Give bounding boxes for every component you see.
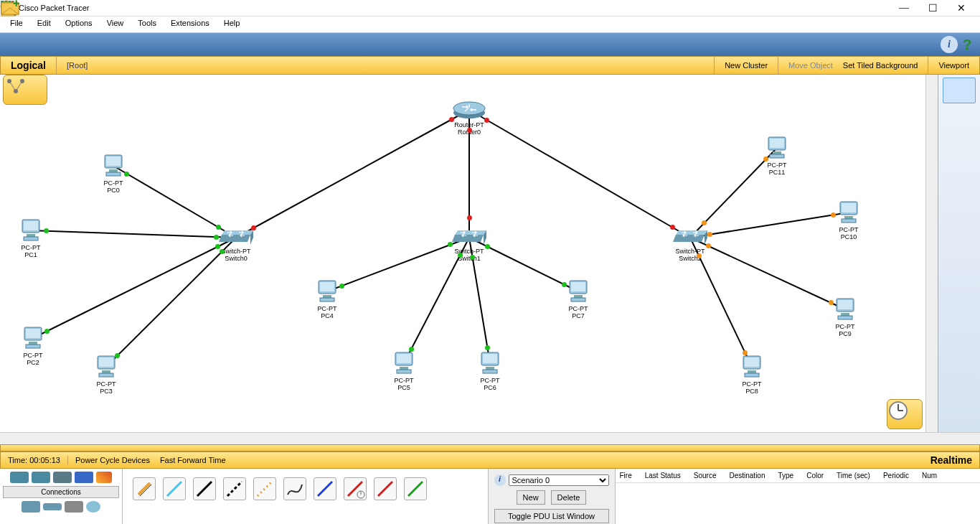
delete-tool-icon[interactable] [943, 164, 976, 190]
cable-fiber-icon[interactable] [253, 477, 276, 500]
device-pc0[interactable]: PC-PT PC0 [100, 154, 126, 195]
device-pc10[interactable]: PC-PT PC10 [836, 200, 862, 241]
device-switch2[interactable]: Switch-PT Switch2 [673, 229, 707, 263]
svg-rect-64 [99, 357, 113, 367]
cable-straight-icon[interactable] [193, 477, 216, 500]
copy-icon[interactable] [100, 36, 118, 53]
menu-tools[interactable]: Tools [131, 17, 164, 32]
device-pc8[interactable]: PC-PT PC8 [739, 355, 765, 396]
save-file-icon[interactable] [40, 36, 57, 53]
svg-rect-65 [102, 370, 110, 373]
cable-phone-icon[interactable] [283, 477, 306, 500]
note-tool-icon[interactable] [943, 135, 976, 161]
device-dialog-icon[interactable] [257, 36, 274, 53]
device-switch0[interactable]: Switch-PT Switch0 [219, 229, 253, 263]
device-pc5[interactable]: PC-PT PC5 [391, 351, 417, 392]
cable-auto-icon[interactable] [133, 477, 156, 500]
horizontal-scrollbar[interactable] [0, 432, 927, 444]
cable-coax-icon[interactable] [314, 477, 336, 500]
menu-options[interactable]: Options [58, 17, 100, 32]
wireless-category-icon[interactable] [75, 472, 93, 483]
pdu-col: Type [778, 472, 793, 479]
paste-icon[interactable] [118, 36, 136, 53]
topology-canvas[interactable]: Router-PT Router0Switch-PT Switch0Switch… [0, 75, 925, 432]
set-background-button[interactable]: Set Tiled Background [843, 57, 928, 74]
breadcrumb-root[interactable]: [Root] [56, 57, 98, 74]
svg-rect-58 [24, 237, 38, 240]
svg-rect-90 [838, 316, 852, 319]
hubs-category-icon[interactable] [53, 472, 72, 483]
cable-crossover-icon[interactable] [223, 477, 246, 500]
svg-rect-94 [842, 219, 856, 223]
device-pc9[interactable]: PC-PT PC9 [832, 297, 858, 338]
new-scenario-button[interactable]: New [517, 490, 545, 505]
fast-forward-button[interactable]: Fast Forward Time [157, 456, 226, 464]
switches-category-icon[interactable] [32, 472, 50, 483]
custom-devices-icon[interactable] [65, 501, 83, 513]
logical-tab[interactable]: Logical [1, 60, 56, 71]
cable-serial-dce-icon[interactable] [344, 477, 367, 500]
info-icon[interactable]: i [941, 36, 958, 53]
wan-emulation-icon[interactable] [43, 503, 62, 510]
palette-icon[interactable] [239, 36, 256, 53]
device-pc3[interactable]: PC-PT PC3 [93, 355, 119, 396]
resize-tool-icon[interactable] [943, 250, 976, 276]
delete-scenario-button[interactable]: Delete [551, 490, 587, 505]
cable-serial-dte-icon[interactable] [374, 477, 397, 500]
redo-icon[interactable] [154, 36, 171, 53]
svg-rect-88 [838, 300, 852, 309]
close-button[interactable]: ✕ [947, 2, 976, 14]
inspect-tool-icon[interactable] [943, 192, 976, 218]
menu-file[interactable]: File [3, 17, 30, 32]
pdu-list-panel: FireLast StatusSourceDestinationTypeColo… [615, 469, 981, 524]
maximize-button[interactable]: ☐ [918, 2, 947, 14]
menu-view[interactable]: View [100, 17, 131, 32]
wizard-icon[interactable] [76, 36, 93, 53]
svg-point-50 [453, 102, 485, 115]
add-simple-pdu-icon[interactable]: + [943, 303, 976, 329]
viewport-button[interactable]: Viewport [928, 57, 979, 74]
svg-rect-92 [842, 203, 856, 212]
toggle-pdu-list-button[interactable]: Toggle PDU List Window [494, 509, 609, 523]
device-pc7[interactable]: PC-PT PC7 [565, 279, 591, 320]
cable-console-icon[interactable] [163, 477, 186, 500]
new-file-icon[interactable] [4, 36, 22, 53]
device-label: PC-PT PC0 [100, 180, 126, 195]
new-cluster-button[interactable]: New Cluster [714, 57, 778, 74]
connections-category-icon[interactable] [96, 472, 112, 483]
scenario-select[interactable]: Scenario 0 [509, 474, 609, 486]
minimize-button[interactable]: — [890, 2, 918, 14]
menu-extensions[interactable]: Extensions [164, 17, 217, 32]
main-area: Router-PT Router0Switch-PT Switch0Switch… [0, 75, 980, 432]
draw-tool-icon[interactable] [943, 221, 976, 247]
device-switch1[interactable]: Switch-PT Switch1 [452, 229, 486, 263]
power-cycle-button[interactable]: Power Cycle Devices [68, 456, 157, 464]
undo-icon[interactable] [136, 36, 154, 53]
device-pc4[interactable]: PC-PT PC4 [314, 279, 340, 320]
end-devices-icon[interactable] [22, 501, 40, 513]
print-icon[interactable] [58, 36, 75, 53]
zoom-in-icon[interactable]: + [179, 36, 196, 53]
select-tool-icon[interactable] [943, 78, 976, 103]
zoom-out-icon[interactable]: - [215, 36, 232, 53]
device-pc1[interactable]: PC-PT PC1 [18, 218, 44, 259]
device-pc11[interactable]: PC-PT PC11 [764, 136, 790, 177]
vertical-scrollbar[interactable] [925, 75, 938, 432]
add-complex-pdu-icon[interactable]: + [943, 332, 976, 357]
menu-edit[interactable]: Edit [30, 17, 58, 32]
device-pc2[interactable]: PC-PT PC2 [20, 326, 46, 367]
device-label: PC-PT PC4 [314, 306, 340, 320]
cable-octal-icon[interactable] [404, 477, 427, 500]
device-category-panel: Connections [0, 469, 123, 524]
device-pc6[interactable]: PC-PT PC6 [477, 351, 503, 392]
routers-category-icon[interactable] [10, 472, 29, 483]
open-file-icon[interactable] [22, 36, 39, 53]
menu-help[interactable]: Help [217, 17, 248, 32]
help-icon[interactable]: ? [958, 36, 976, 53]
move-tool-icon[interactable] [943, 106, 976, 132]
multiuser-icon[interactable] [86, 501, 100, 513]
move-object-button: Move Object [778, 57, 843, 74]
zoom-reset-icon[interactable]: R [197, 36, 214, 53]
titlebar: Cisco Packet Tracer — ☐ ✕ [0, 0, 980, 17]
realtime-simulation-toggle[interactable] [887, 399, 923, 429]
